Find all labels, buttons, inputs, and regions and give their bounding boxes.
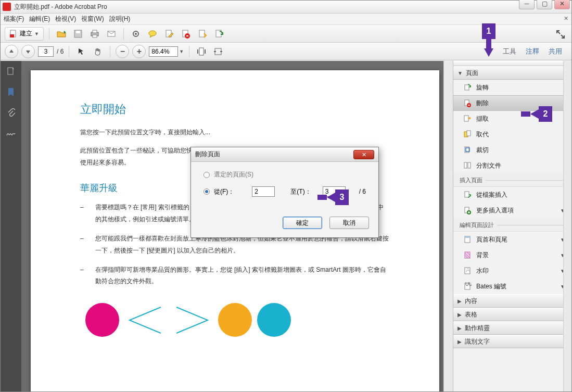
form-button[interactable] — [162, 27, 176, 41]
cyan-circle-icon — [257, 303, 291, 337]
save-button[interactable] — [71, 27, 85, 41]
zoom-in-button[interactable]: + — [132, 45, 146, 58]
item-replace[interactable]: 取代 — [453, 127, 571, 142]
item-background[interactable]: 背景▼ — [453, 247, 571, 263]
doc-scrollbar[interactable] — [443, 61, 453, 391]
svg-text:A: A — [466, 267, 470, 274]
arrow-up-icon — [9, 49, 14, 54]
maximize-button[interactable]: ▢ — [537, 0, 552, 9]
menu-window[interactable]: 視窗(W) — [81, 15, 104, 23]
menubar-close-icon[interactable]: ✕ — [564, 15, 568, 22]
rotate-icon — [463, 83, 472, 92]
section-recognize[interactable]: ▶識別文字 — [453, 335, 571, 348]
item-rotate[interactable]: 旋轉 — [453, 80, 571, 95]
prev-page-button[interactable] — [5, 45, 18, 58]
create-label: 建立 — [20, 29, 32, 38]
cancel-button[interactable]: 取消 — [329, 217, 369, 229]
print-button[interactable] — [88, 27, 101, 41]
from-page-input[interactable] — [252, 186, 275, 197]
section-content[interactable]: ▶內容 — [453, 294, 571, 308]
item-label: 取代 — [476, 130, 489, 139]
more-insert-icon — [463, 206, 472, 215]
attachments-tab[interactable] — [5, 107, 17, 119]
item-insert-from-file[interactable]: 從檔案插入 — [453, 187, 571, 203]
item-delete[interactable]: 刪除 — [453, 95, 571, 111]
item-watermark[interactable]: A水印▼ — [453, 263, 571, 279]
extract-icon — [463, 114, 472, 123]
page-thumb-icon — [6, 67, 16, 76]
separator — [123, 28, 124, 40]
app-icon — [3, 3, 11, 11]
svg-text:0012: 0012 — [465, 282, 472, 287]
zoom-input[interactable] — [149, 46, 178, 57]
rotate-page-button[interactable] — [212, 27, 226, 41]
item-split[interactable]: 分割文件 — [453, 158, 571, 173]
delete-page-button[interactable] — [179, 27, 193, 41]
menu-view[interactable]: 檢視(V) — [55, 15, 76, 23]
total-pages-label: / 6 — [359, 188, 366, 195]
minimize-button[interactable]: ─ — [519, 0, 535, 9]
zoom-out-button[interactable]: − — [116, 45, 129, 58]
envelope-icon — [107, 29, 116, 39]
item-crop[interactable]: 裁切 — [453, 142, 571, 158]
select-tool-button[interactable] — [74, 45, 88, 58]
thumbnails-tab[interactable] — [5, 66, 17, 77]
svg-rect-22 — [464, 116, 468, 121]
tab-comments[interactable]: 注釋 — [526, 47, 539, 56]
email-button[interactable] — [105, 27, 118, 41]
arrow — [317, 193, 335, 202]
to-label: 至(T)： — [290, 187, 311, 196]
separator — [189, 46, 189, 57]
fullscreen-button[interactable] — [554, 28, 567, 41]
zoom-caret-icon[interactable]: ▼ — [179, 49, 184, 54]
menu-file[interactable]: 檔案(F) — [4, 15, 24, 23]
close-button[interactable]: ✕ — [554, 0, 570, 9]
open-button[interactable] — [55, 27, 68, 41]
page-number-input[interactable] — [38, 46, 54, 57]
settings-button[interactable] — [129, 27, 143, 41]
bookmark-icon — [7, 87, 15, 97]
fit-width-button[interactable] — [211, 45, 225, 58]
subhead-insert: 插入頁面 — [453, 173, 571, 187]
chevron-right-icon: ▶ — [457, 298, 462, 304]
tab-tools[interactable]: 工具 — [503, 47, 516, 56]
section-pages[interactable]: ▼頁面 — [453, 66, 571, 80]
next-page-button[interactable] — [21, 45, 35, 58]
dialog-buttons: 確定 取消 — [191, 212, 378, 237]
section-tables[interactable]: ▶表格 — [453, 308, 571, 321]
annotation-3: 3 — [317, 189, 349, 205]
section-label: 識別文字 — [465, 337, 490, 346]
item-label: 旋轉 — [476, 83, 489, 92]
svg-rect-29 — [465, 192, 469, 197]
ok-button[interactable]: 確定 — [283, 217, 322, 229]
create-button[interactable]: 建立 ▼ — [5, 27, 44, 41]
menu-edit[interactable]: 編輯(E) — [29, 15, 50, 23]
item-label: 從檔案插入 — [476, 191, 507, 199]
svg-rect-16 — [199, 48, 204, 55]
hand-tool-button[interactable] — [91, 45, 105, 58]
fit-page-button[interactable] — [195, 45, 208, 58]
extract-page-button[interactable] — [196, 27, 209, 41]
section-wizard[interactable]: ▶動作精靈 — [453, 321, 571, 335]
highlight-button[interactable] — [146, 27, 159, 41]
delete-icon — [463, 98, 472, 108]
printer-icon — [90, 29, 99, 39]
option-selected-pages[interactable]: 選定的頁面(S) — [204, 170, 368, 179]
insert-file-icon — [463, 190, 472, 199]
svg-rect-33 — [465, 236, 470, 238]
panel-scrollbar[interactable] — [563, 61, 571, 391]
item-label: 更多插入選項 — [476, 206, 514, 215]
tab-share[interactable]: 共用 — [549, 47, 562, 56]
item-more-insert[interactable]: 更多插入選項▼ — [453, 203, 571, 218]
menu-help[interactable]: 說明(H) — [109, 15, 131, 23]
item-bates[interactable]: 0012Bates 編號▼ — [453, 279, 571, 294]
svg-rect-6 — [93, 35, 97, 37]
magenta-circle-icon — [85, 303, 119, 337]
signatures-tab[interactable] — [5, 128, 17, 140]
bookmarks-tab[interactable] — [5, 86, 17, 98]
svg-point-10 — [149, 31, 156, 36]
item-header-footer[interactable]: 頁首和頁尾▼ — [453, 232, 571, 247]
dialog-close-button[interactable]: ✕ — [353, 150, 374, 159]
item-extract[interactable]: 擷取 — [453, 111, 571, 127]
gear-icon — [131, 29, 141, 39]
